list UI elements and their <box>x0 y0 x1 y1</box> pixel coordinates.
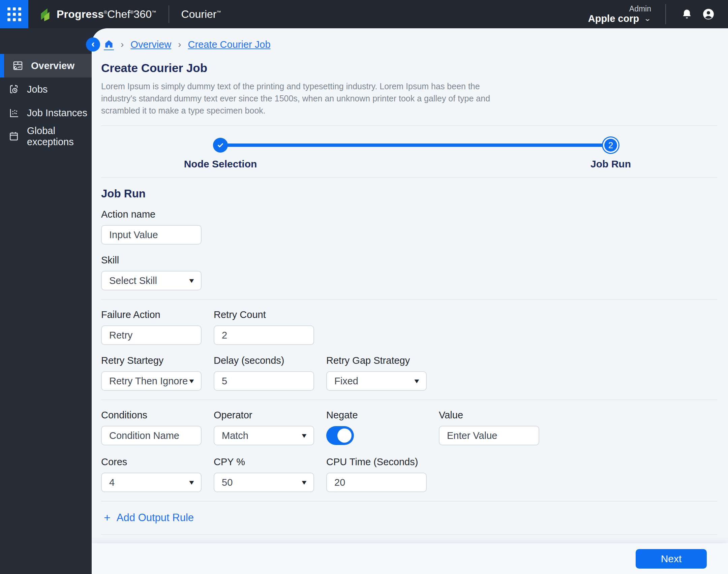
field-retry-strategy: Retry Startegy Retry Then Ignore ▾ <box>101 355 202 391</box>
bell-icon <box>681 8 693 20</box>
cores-select[interactable]: 4 ▾ <box>101 473 202 492</box>
caret-down-icon: ▾ <box>189 478 194 487</box>
delay-input[interactable] <box>214 371 314 391</box>
sidebar-item-label: Job Instances <box>27 107 87 119</box>
sidebar-menu: Overview Jobs <box>0 54 92 148</box>
sidebar-item-label: Overview <box>31 60 74 71</box>
skill-select-value: Select Skill <box>109 275 157 286</box>
operator-label: Operator <box>214 410 314 421</box>
add-output-rule-label: Add Output Rule <box>117 512 194 524</box>
divider <box>101 534 717 535</box>
retry-gap-strategy-label: Retry Gap Strategy <box>326 355 427 366</box>
account-button[interactable] <box>698 3 719 25</box>
scatter-chart-icon <box>8 107 20 119</box>
action-name-label: Action name <box>101 209 202 220</box>
failure-action-label: Failure Action <box>101 309 202 320</box>
brand-text: Progress®Chef®360™ <box>57 8 156 21</box>
stepper-connector-line <box>220 144 611 147</box>
caret-down-icon: ▾ <box>189 377 194 385</box>
failure-action-input[interactable] <box>101 325 202 345</box>
cpu-time-label: CPU Time (Seconds) <box>326 456 427 468</box>
retry-strategy-label: Retry Startegy <box>101 355 202 366</box>
negate-label: Negate <box>326 410 427 421</box>
account-block: Admin Apple corp ⌄ <box>588 4 651 24</box>
divider <box>101 177 717 178</box>
retry-strategy-select[interactable]: Retry Then Ignore ▾ <box>101 371 202 391</box>
field-action-name: Action name <box>101 209 202 245</box>
skill-select[interactable]: Select Skill ▾ <box>101 271 202 290</box>
topbar-divider <box>665 4 666 24</box>
skill-label: Skill <box>101 255 202 266</box>
org-name: Apple corp <box>588 13 639 24</box>
divider <box>101 400 717 400</box>
section-title-job-run: Job Run <box>101 187 717 200</box>
breadcrumb-home-link[interactable] <box>104 39 114 50</box>
cores-label: Cores <box>101 456 202 468</box>
org-switcher[interactable]: Apple corp ⌄ <box>588 13 651 24</box>
operator-select-value: Match <box>222 430 248 441</box>
retry-count-input[interactable] <box>214 325 314 345</box>
delay-label: Delay (seconds) <box>214 355 314 366</box>
cpy-select[interactable]: 50 ▾ <box>214 473 314 492</box>
sidebar-item-overview[interactable]: Overview <box>0 54 92 77</box>
field-retry-count: Retry Count <box>214 309 314 345</box>
caret-down-icon: ▾ <box>415 377 419 385</box>
add-output-rule-link[interactable]: + Add Output Rule <box>104 511 194 524</box>
conditions-label: Conditions <box>101 410 202 421</box>
field-skill: Skill Select Skill ▾ <box>101 255 202 290</box>
caret-down-icon: ▾ <box>189 276 194 285</box>
sidebar-item-label: Jobs <box>27 84 48 95</box>
sidebar-item-jobs[interactable]: Jobs <box>0 77 92 101</box>
retry-gap-strategy-select[interactable]: Fixed ▾ <box>326 371 427 391</box>
brand-logo: Progress®Chef®360™ <box>38 6 156 22</box>
product-name: Courier™ <box>181 8 221 21</box>
breadcrumb-link-create-courier-job[interactable]: Create Courier Job <box>188 39 271 50</box>
stepper: 2 Node Selection Job Run <box>101 126 717 177</box>
step-label-node-selection: Node Selection <box>166 158 274 170</box>
conditions-input[interactable] <box>101 426 202 445</box>
apps-grid-button[interactable] <box>0 0 28 28</box>
check-icon <box>217 141 224 149</box>
field-operator: Operator Match ▾ <box>214 410 314 446</box>
sidebar-item-job-instances[interactable]: Job Instances <box>0 101 92 125</box>
sidebar: Overview Jobs <box>0 28 92 574</box>
step-label-job-run: Job Run <box>557 158 665 170</box>
breadcrumb-link-overview[interactable]: Overview <box>130 39 171 50</box>
cpy-select-value: 50 <box>222 477 233 488</box>
field-cores: Cores 4 ▾ <box>101 456 202 492</box>
calendar-clock-icon <box>8 84 20 95</box>
divider <box>101 501 717 502</box>
retry-count-label: Retry Count <box>214 309 314 320</box>
account-role: Admin <box>588 4 651 13</box>
notifications-button[interactable] <box>676 3 698 25</box>
retry-gap-strategy-select-value: Fixed <box>334 376 358 387</box>
action-name-input[interactable] <box>101 225 202 245</box>
retry-strategy-select-value: Retry Then Ignore <box>109 376 188 387</box>
negate-toggle[interactable] <box>326 426 354 445</box>
cpu-time-input[interactable] <box>326 473 427 492</box>
next-button[interactable]: Next <box>636 549 707 569</box>
step-job-run-current[interactable]: 2 <box>604 139 617 152</box>
field-negate: Negate <box>326 410 427 446</box>
sidebar-item-global-exceptions[interactable]: Global exceptions <box>0 125 92 148</box>
breadcrumb: › Overview › Create Courier Job <box>104 37 717 52</box>
field-retry-gap-strategy: Retry Gap Strategy Fixed ▾ <box>326 355 427 391</box>
sidebar-collapse-button[interactable]: ‹ <box>86 37 100 52</box>
divider <box>101 299 717 300</box>
progress-logo-icon <box>38 6 53 22</box>
caret-down-icon: ▾ <box>302 478 307 487</box>
field-cpu-time: CPU Time (Seconds) <box>326 456 427 492</box>
calendar-icon <box>8 131 20 142</box>
step-node-selection-complete[interactable] <box>213 138 228 153</box>
top-bar: Progress®Chef®360™ Courier™ Admin Apple … <box>0 0 728 28</box>
cpy-label: CPY % <box>214 456 314 468</box>
page-description: Lorem Ipsum is simply dummy text of the … <box>101 80 494 117</box>
caret-down-icon: ▾ <box>302 431 307 440</box>
cores-select-value: 4 <box>109 477 115 488</box>
field-failure-action: Failure Action <box>101 309 202 345</box>
value-input[interactable] <box>439 426 539 445</box>
field-value: Value <box>439 410 539 446</box>
page-title: Create Courier Job <box>101 61 717 75</box>
user-avatar-icon <box>702 8 715 21</box>
operator-select[interactable]: Match ▾ <box>214 426 314 445</box>
